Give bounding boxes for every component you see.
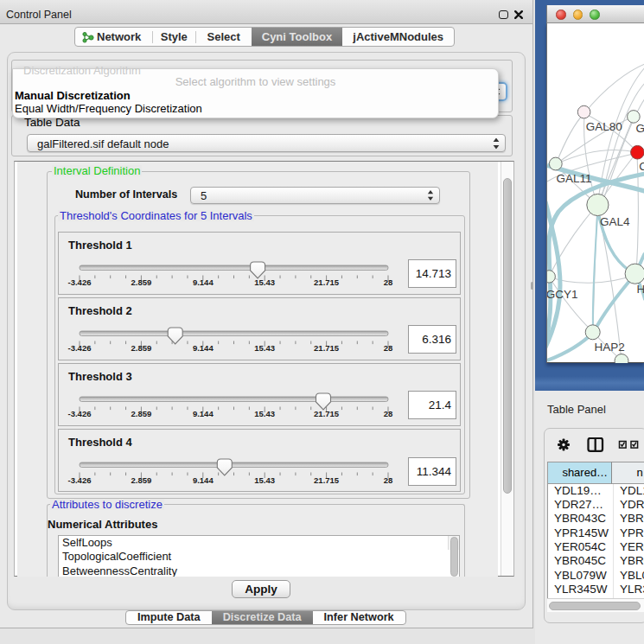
svg-text:GCY1: GCY1 (547, 288, 578, 301)
svg-text:HIS7: HIS7 (636, 283, 644, 296)
svg-text:GAL80: GAL80 (586, 120, 622, 133)
svg-text:HAP2: HAP2 (595, 341, 625, 354)
svg-text:GAL3: GAL3 (636, 122, 644, 135)
svg-text:GAL11: GAL11 (557, 172, 592, 185)
svg-text:GAL4: GAL4 (600, 215, 630, 228)
svg-text:CDC1: CDC1 (639, 160, 644, 173)
